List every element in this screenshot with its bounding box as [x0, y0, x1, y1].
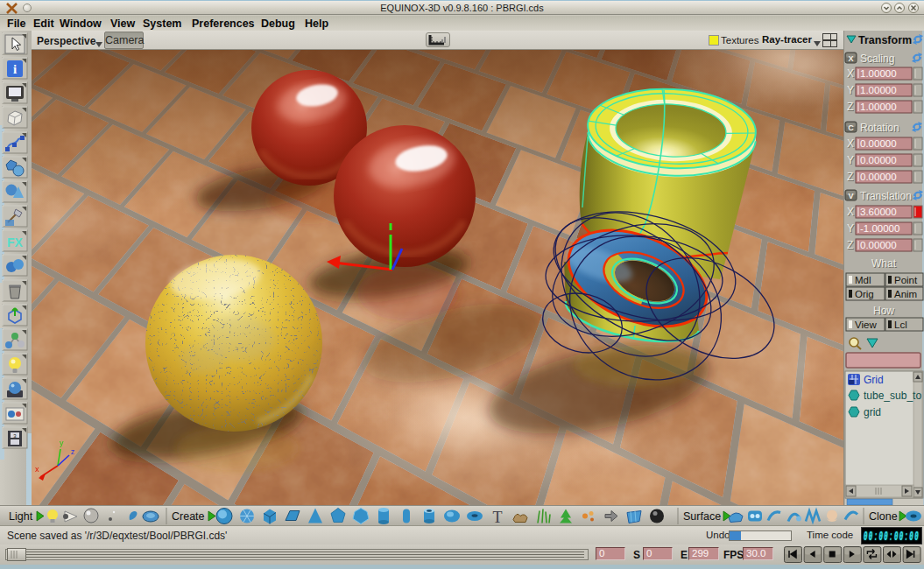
svg-text:Point: Point	[894, 275, 918, 285]
svg-text:Mdl: Mdl	[855, 275, 871, 285]
svg-text:3.60000: 3.60000	[860, 207, 897, 217]
svg-text:grid: grid	[864, 406, 881, 418]
svg-text:Grid: Grid	[864, 374, 884, 386]
svg-text:X: X	[847, 137, 854, 150]
svg-text:0.00000: 0.00000	[860, 155, 897, 165]
svg-text:z: z	[71, 447, 75, 456]
svg-text:tube_sub_to: tube_sub_to	[864, 390, 921, 402]
svg-text:1.00000: 1.00000	[860, 85, 897, 95]
svg-text:Transform: Transform	[858, 34, 912, 46]
svg-text:FX: FX	[7, 235, 24, 249]
svg-text:Anim: Anim	[894, 289, 917, 299]
svg-text:Z: Z	[847, 101, 853, 113]
svg-text:Translation: Translation	[860, 190, 912, 202]
svg-text:C: C	[848, 123, 854, 132]
svg-text:How: How	[873, 305, 894, 317]
svg-text:Clone: Clone	[869, 510, 898, 523]
svg-text:Scaling: Scaling	[860, 53, 894, 65]
svg-text:0.00000: 0.00000	[860, 138, 897, 149]
svg-text:Y: Y	[847, 84, 854, 96]
svg-text:00:00:00:00: 00:00:00:00	[864, 530, 920, 544]
svg-text:Rotation: Rotation	[860, 122, 899, 134]
svg-text:-1.00000: -1.00000	[860, 223, 899, 234]
svg-text:y: y	[60, 439, 64, 447]
svg-text:T: T	[493, 509, 503, 526]
svg-text:X: X	[847, 206, 854, 218]
svg-text:0.00000: 0.00000	[860, 240, 897, 250]
svg-text:Y: Y	[847, 222, 854, 235]
svg-text:Light: Light	[9, 510, 33, 523]
svg-text:Z: Z	[847, 239, 853, 251]
svg-text:V: V	[848, 192, 853, 200]
svg-text:0.00000: 0.00000	[860, 172, 897, 182]
svg-text:1.00000: 1.00000	[860, 68, 897, 79]
svg-text:Lcl: Lcl	[894, 320, 907, 330]
svg-text:View: View	[855, 320, 877, 330]
svg-text:Orig: Orig	[855, 289, 874, 299]
svg-text:i: i	[13, 62, 17, 76]
svg-text:X: X	[848, 54, 853, 63]
svg-text:X: X	[847, 67, 854, 80]
svg-text:1.00000: 1.00000	[860, 102, 897, 112]
svg-text:Y: Y	[847, 154, 854, 166]
svg-text:x: x	[35, 465, 39, 474]
svg-text:Surface: Surface	[683, 510, 721, 523]
svg-text:Create: Create	[172, 510, 205, 523]
svg-text:What: What	[871, 257, 897, 270]
svg-text:Z: Z	[847, 171, 853, 183]
